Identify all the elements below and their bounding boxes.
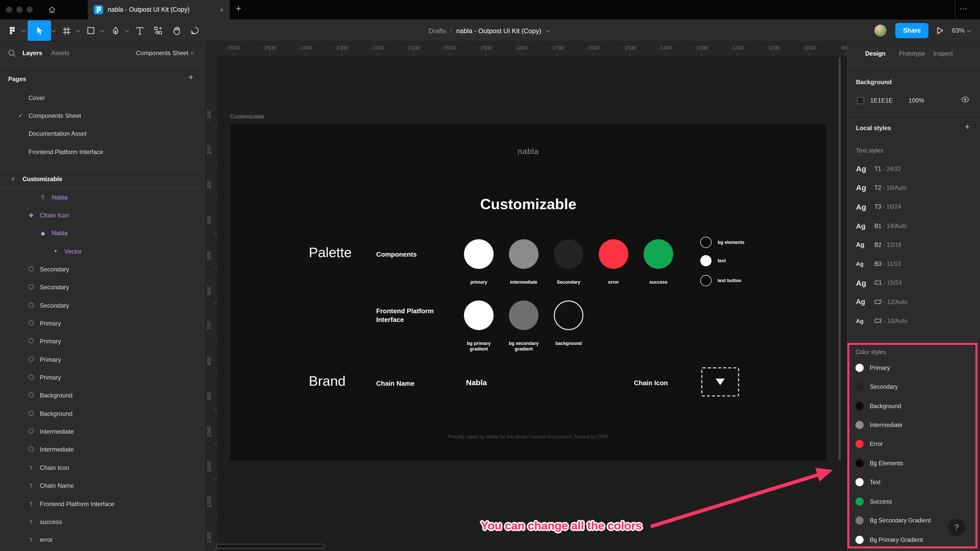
page-item[interactable]: ✓Components Sheet [0,107,204,125]
layer-row[interactable]: Primary [0,333,204,351]
avatar[interactable] [874,24,887,37]
layer-row[interactable]: Background [0,387,204,405]
page-selector-chevron-icon[interactable] [190,52,194,56]
move-tool-chevron-icon[interactable] [51,28,56,32]
tab-prototype[interactable]: Prototype [899,50,925,57]
window-minimize-button[interactable] [16,6,22,13]
visibility-eye-icon[interactable] [961,97,969,103]
text-style-row[interactable]: AgB3 · 11/13 [848,254,980,273]
layer-row[interactable]: Primary [0,351,204,368]
text-style-row[interactable]: AgC1 · 15/24 [848,273,980,292]
token-circle[interactable] [700,255,711,266]
frame-tool-chevron-icon[interactable] [76,28,80,32]
page-item[interactable]: Documentation Asset [0,125,204,143]
layer-row[interactable]: Secondary [0,260,204,279]
layer-row[interactable]: Primary [0,368,204,387]
share-button[interactable]: Share [895,23,928,38]
color-circle[interactable] [554,300,584,330]
layer-row[interactable]: TNabla [0,188,204,206]
color-style-row[interactable]: Primary [850,358,975,377]
color-style-row[interactable]: Background [850,396,975,416]
present-icon[interactable] [937,27,944,35]
layer-row[interactable]: Primary [0,314,204,333]
text-style-row[interactable]: AgC2 · 12/Auto [848,292,980,311]
chain-icon-placeholder[interactable] [701,367,739,396]
color-circle[interactable] [464,239,493,269]
shape-tool-chevron-icon[interactable] [100,28,105,32]
layer-row[interactable]: Secondary [0,278,204,297]
color-circle[interactable] [644,239,673,269]
color-circle[interactable] [509,300,538,330]
shape-tool-button[interactable] [82,21,100,41]
search-icon[interactable] [8,49,16,57]
file-menu-chevron-icon[interactable] [546,28,550,32]
layer-row[interactable]: Secondary [0,297,204,314]
frame-tool-button[interactable] [57,21,76,41]
color-style-row[interactable]: Error [850,435,975,454]
comment-tool-button[interactable] [186,21,204,41]
layer-row[interactable]: ◆Nabla [0,224,204,242]
tab-assets[interactable]: Assets [51,49,69,57]
home-icon[interactable] [48,6,56,14]
main-menu-icon[interactable] [3,21,21,41]
file-tab[interactable]: nabla - Outpost UI Kit (Copy) × [88,0,230,19]
background-hex-value[interactable]: 1E1E1E [870,97,893,104]
canvas[interactable]: -2600-2500-2400-2300-2200-2100-2000-1900… [204,42,847,551]
layer-row[interactable]: TChain Icon [0,459,204,477]
color-style-row[interactable]: Text [850,473,975,492]
color-circle[interactable] [599,239,628,269]
components-sheet-frame[interactable]: nabla Customizable Palette Components pr… [230,124,826,461]
layer-row[interactable]: Tsuccess [0,513,204,531]
layer-row[interactable]: Intermediate [0,423,204,441]
help-button[interactable]: ? [948,519,965,536]
layer-row[interactable]: Intermediate [0,441,204,459]
layer-row[interactable]: Background [0,405,204,423]
frame-title-label[interactable]: Customizable [230,113,264,119]
breadcrumb-filename[interactable]: nabla - Outpost UI Kit (Copy) [456,27,541,35]
tab-inspect[interactable]: Inspect [933,50,953,57]
text-style-row[interactable]: AgT1 · 24/32 [848,159,980,178]
text-tool-button[interactable] [130,21,149,41]
text-style-row[interactable]: AgC3 · 10/Auto [848,311,980,330]
color-style-row[interactable]: Secondary [850,377,975,396]
pen-tool-chevron-icon[interactable] [125,28,129,32]
layer-row[interactable]: ▼Vector [0,242,204,260]
move-tool-button[interactable] [27,21,51,41]
zoom-menu[interactable]: 63% [952,27,973,34]
tab-close-icon[interactable]: × [220,6,224,14]
background-color-swatch[interactable] [857,97,864,104]
add-page-button[interactable]: + [188,73,193,83]
pen-tool-button[interactable] [106,21,124,41]
window-close-button[interactable] [6,6,12,13]
color-style-row[interactable]: Intermediate [850,416,975,435]
tab-design[interactable]: Design [865,50,886,57]
canvas-vertical-scrollbar[interactable] [838,57,841,460]
layer-row[interactable]: TChain Name [0,477,204,495]
token-circle[interactable] [700,237,711,248]
new-tab-button[interactable]: + [236,3,241,14]
layer-row[interactable]: Terror [0,531,204,549]
menu-chevron-icon[interactable] [22,28,26,32]
color-style-row[interactable]: Bg Elements [850,454,975,473]
tab-layers[interactable]: Layers [22,49,42,57]
text-style-row[interactable]: AgB2 · 12/16 [848,235,980,254]
page-selector[interactable]: Components Sheet [136,49,188,57]
breadcrumb-project[interactable]: Drafts [428,27,446,35]
text-style-row[interactable]: AgB1 · 14/Auto [848,216,980,235]
background-opacity-value[interactable]: 100% [908,97,924,104]
page-item[interactable]: Cover [0,89,204,107]
token-circle[interactable] [700,275,711,286]
frame-section-row[interactable]: # Customizable [0,170,204,188]
text-style-row[interactable]: AgT3 · 16/24 [848,197,980,216]
hand-tool-button[interactable] [167,21,186,41]
window-zoom-button[interactable] [27,6,33,13]
add-style-button[interactable]: + [965,122,970,132]
page-item[interactable]: Frontend Platform Interface [0,143,204,161]
color-style-row[interactable]: Success [850,492,975,511]
color-circle[interactable] [554,239,584,269]
overflow-menu-icon[interactable]: ⋯ [959,4,968,13]
actions-tool-button[interactable] [149,21,167,41]
color-circle[interactable] [509,239,538,269]
text-style-row[interactable]: AgT2 · 18/Auto [848,178,980,197]
layer-row[interactable]: TFrontend Platform Interface [0,495,204,513]
